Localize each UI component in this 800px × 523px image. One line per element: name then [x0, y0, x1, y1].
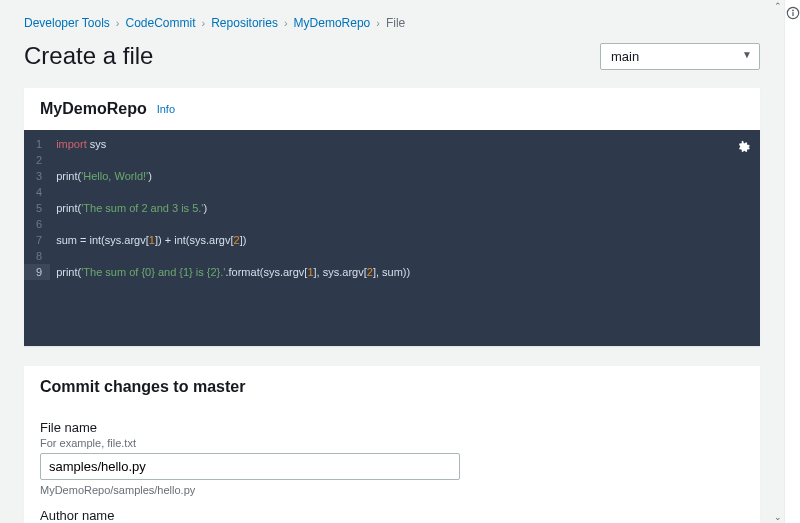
editor-card: MyDemoRepo Info 1 import sys2 3 print('H… [24, 88, 760, 346]
breadcrumb-item[interactable]: CodeCommit [126, 16, 196, 30]
editor-line[interactable]: 9 print('The sum of {0} and {1} is {2}.'… [24, 264, 760, 280]
breadcrumb: Developer Tools›CodeCommit›Repositories›… [0, 0, 784, 36]
chevron-right-icon: › [376, 17, 380, 29]
breadcrumb-item: File [386, 16, 405, 30]
svg-rect-2 [792, 12, 793, 16]
branch-select-input[interactable]: main [600, 43, 760, 70]
repo-name: MyDemoRepo [40, 100, 147, 118]
editor-line[interactable]: 4 [24, 184, 760, 200]
branch-select[interactable]: main [600, 43, 760, 70]
scroll-up-icon: ⌃ [774, 1, 782, 11]
commit-card: Commit changes to master File name For e… [24, 366, 760, 523]
info-icon[interactable] [786, 6, 800, 20]
breadcrumb-item[interactable]: Developer Tools [24, 16, 110, 30]
gear-icon[interactable] [736, 140, 750, 158]
chevron-right-icon: › [284, 17, 288, 29]
info-link[interactable]: Info [157, 103, 175, 115]
editor-line[interactable]: 3 print('Hello, World!') [24, 168, 760, 184]
chevron-right-icon: › [116, 17, 120, 29]
editor-line[interactable]: 6 [24, 216, 760, 232]
file-name-label: File name [40, 420, 744, 435]
author-name-label: Author name [40, 508, 744, 523]
svg-point-1 [792, 10, 794, 12]
file-path-preview: MyDemoRepo/samples/hello.py [40, 484, 744, 496]
editor-line[interactable]: 2 [24, 152, 760, 168]
info-panel-rail [784, 0, 800, 523]
editor-line[interactable]: 7 sum = int(sys.argv[1]) + int(sys.argv[… [24, 232, 760, 248]
file-name-hint: For example, file.txt [40, 437, 744, 449]
chevron-right-icon: › [202, 17, 206, 29]
editor-line[interactable]: 5 print('The sum of 2 and 3 is 5.') [24, 200, 760, 216]
page-title: Create a file [24, 42, 153, 70]
commit-heading: Commit changes to master [40, 378, 245, 396]
editor-line[interactable]: 1 import sys [24, 136, 760, 152]
main-scroll[interactable]: ⌃ ⌄ Developer Tools›CodeCommit›Repositor… [0, 0, 784, 523]
breadcrumb-item[interactable]: Repositories [211, 16, 278, 30]
scroll-down-icon: ⌄ [774, 512, 782, 522]
file-name-input[interactable] [40, 453, 460, 480]
code-editor[interactable]: 1 import sys2 3 print('Hello, World!')4 … [24, 130, 760, 346]
breadcrumb-item[interactable]: MyDemoRepo [294, 16, 371, 30]
editor-line[interactable]: 8 [24, 248, 760, 264]
